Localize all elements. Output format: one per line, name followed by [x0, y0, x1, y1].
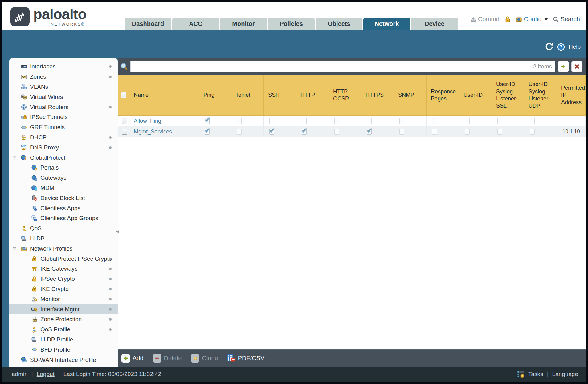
sidebar-item-clientless-app-groups[interactable]: Clientless App Groups: [9, 213, 118, 223]
checked-checkbox[interactable]: [367, 129, 372, 135]
clear-filter-button[interactable]: [571, 61, 582, 72]
tab-dashboard[interactable]: Dashboard: [125, 18, 171, 30]
column-header-ssh[interactable]: SSH: [264, 75, 296, 115]
row-select-checkbox[interactable]: [122, 129, 127, 135]
lock-icon[interactable]: [504, 16, 511, 22]
unchecked-checkbox[interactable]: [269, 118, 274, 124]
column-header-permitted-ip-address[interactable]: Permitted IP Address...: [557, 75, 586, 115]
checked-checkbox[interactable]: [269, 129, 274, 135]
apply-filter-button[interactable]: [558, 61, 569, 72]
sidebar-item-vlans[interactable]: VLANs: [9, 82, 118, 92]
column-header-user-id-syslog-listener-udp[interactable]: User-ID Syslog Listener-UDP: [524, 75, 557, 115]
column-header-snmp[interactable]: SNMP: [394, 75, 427, 115]
config-label: Config: [524, 16, 542, 23]
pdf-csv-button[interactable]: PDF/CSV: [227, 354, 265, 363]
tab-acc[interactable]: ACC: [172, 18, 219, 30]
unchecked-checkbox[interactable]: [399, 118, 404, 124]
add-button[interactable]: Add: [121, 354, 144, 363]
unchecked-checkbox[interactable]: [432, 118, 437, 124]
sidebar-item-ipsec-crypto[interactable]: IPSec Crypto: [9, 274, 118, 284]
sidebar-item-clientless-apps[interactable]: Clientless Apps: [9, 203, 118, 213]
tab-policies[interactable]: Policies: [268, 18, 315, 30]
sidebar-collapse-icon[interactable]: ◀: [116, 229, 119, 234]
sidebar-item-ike-gateways[interactable]: IKE Gateways: [9, 264, 118, 274]
sidebar-item-virtual-wires[interactable]: Virtual Wires: [9, 92, 118, 102]
unchecked-checkbox[interactable]: [530, 129, 535, 135]
global-search-button[interactable]: Search: [553, 16, 580, 23]
sidebar-item-gre-tunnels[interactable]: GRE Tunnels: [9, 122, 118, 133]
sidebar-item-network-profiles[interactable]: ▽Network Profiles: [9, 243, 118, 254]
language-button[interactable]: Language: [552, 371, 578, 378]
sidebar-item-dns-proxy[interactable]: DNSDNS Proxy: [9, 142, 118, 153]
unchecked-checkbox[interactable]: [334, 118, 339, 124]
unchecked-checkbox[interactable]: [367, 118, 372, 124]
unchecked-checkbox[interactable]: [465, 129, 470, 135]
checked-checkbox[interactable]: [205, 118, 210, 124]
sidebar-item-ike-crypto[interactable]: IKE Crypto: [9, 284, 118, 294]
checked-checkbox[interactable]: [205, 129, 210, 135]
sidebar-item-dhcp[interactable]: IPDHCP: [9, 133, 118, 143]
sidebar-item-lldp-profile[interactable]: LLDP Profile: [9, 335, 118, 345]
sidebar-item-ipsec-tunnels[interactable]: IPSec Tunnels: [9, 112, 118, 122]
page-frame: paloalto NETWORKS® DashboardACCMonitorPo…: [0, 0, 588, 384]
sidebar-item-portals[interactable]: Portals: [9, 163, 118, 173]
unchecked-checkbox[interactable]: [530, 118, 535, 124]
config-menu-button[interactable]: Config: [516, 16, 548, 23]
unchecked-checkbox[interactable]: [237, 118, 242, 124]
sidebar-item-globalprotect[interactable]: ▽GlobalProtect: [9, 153, 118, 163]
row-select-checkbox[interactable]: [122, 118, 127, 124]
unchecked-checkbox[interactable]: [497, 118, 502, 124]
commit-button[interactable]: Commit: [470, 16, 499, 23]
tree-expand-icon[interactable]: ▽: [13, 155, 16, 160]
column-header-user-id[interactable]: User-ID: [459, 75, 492, 115]
select-all-checkbox[interactable]: [121, 92, 126, 98]
tab-objects[interactable]: Objects: [316, 18, 362, 30]
column-header-telnet[interactable]: Telnet: [231, 75, 264, 115]
sidebar-item-bfd-profile[interactable]: BFD Profile: [9, 345, 118, 355]
column-header-http-ocsp[interactable]: HTTP OCSP: [329, 75, 361, 115]
tab-device[interactable]: Device: [411, 18, 458, 30]
logout-link[interactable]: Logout: [37, 371, 55, 378]
column-header-name[interactable]: Name: [129, 75, 199, 115]
filter-input[interactable]: [134, 63, 533, 70]
column-header-ping[interactable]: Ping: [199, 75, 231, 115]
sidebar-item-gateways[interactable]: Gateways: [9, 173, 118, 183]
unchecked-checkbox[interactable]: [497, 129, 502, 135]
unchecked-checkbox[interactable]: [432, 129, 437, 135]
tasks-button[interactable]: Tasks: [528, 371, 543, 378]
column-header-https[interactable]: HTTPS: [361, 75, 394, 115]
column-header-http[interactable]: HTTP: [296, 75, 329, 115]
sidebar-item-globalprotect-ipsec-crypto[interactable]: GlobalProtect IPSec Crypto: [9, 254, 118, 264]
tab-monitor[interactable]: Monitor: [220, 18, 267, 30]
sidebar-item-zone-protection[interactable]: Zone Protection: [9, 314, 118, 325]
unchecked-checkbox[interactable]: [302, 118, 307, 124]
column-header-response-pages[interactable]: Response Pages: [427, 75, 459, 115]
unchecked-checkbox[interactable]: [399, 129, 404, 135]
profile-name-link[interactable]: Mgmt_Services: [134, 129, 172, 135]
sidebar-item-zones[interactable]: Zones: [9, 72, 118, 82]
profile-name-link[interactable]: Allow_Ping: [134, 118, 161, 124]
sidebar-item-qos[interactable]: QoSQoS: [9, 223, 118, 234]
unchecked-checkbox[interactable]: [465, 118, 470, 124]
filter-bar: 2 items: [118, 58, 586, 75]
tab-network[interactable]: Network: [363, 18, 410, 30]
column-header-user-id-syslog-listener-ssl[interactable]: User-ID Syslog Listener-SSL: [492, 75, 524, 115]
unchecked-checkbox[interactable]: [237, 129, 242, 135]
sidebar-item-lldp[interactable]: LLDP: [9, 234, 118, 244]
help-icon[interactable]: ?: [557, 43, 565, 51]
sidebar-item-mdm[interactable]: MDM: [9, 183, 118, 193]
sidebar-item-qos-profile[interactable]: QoSQoS Profile: [9, 325, 118, 335]
tree-expand-icon[interactable]: ▽: [13, 246, 16, 251]
pdfcsv-icon: [227, 354, 235, 363]
sidebar-item-interfaces[interactable]: Interfaces: [9, 62, 118, 72]
sidebar-item-monitor[interactable]: Monitor: [9, 294, 118, 304]
sidebar-item-virtual-routers[interactable]: Virtual Routers: [9, 102, 118, 112]
refresh-icon[interactable]: [545, 43, 553, 51]
unchecked-checkbox[interactable]: [334, 129, 339, 135]
checked-checkbox[interactable]: [302, 129, 307, 135]
sidebar-item-device-block-list[interactable]: Device Block List: [9, 193, 118, 203]
sidebar-item-label: DNS Proxy: [30, 144, 118, 151]
sidebar-item-sd-wan-interface-profile[interactable]: SD-WAN Interface Profile: [9, 355, 118, 365]
red-x-icon: [574, 64, 580, 69]
sidebar-item-interface-mgmt[interactable]: Interface Mgmt: [9, 304, 118, 314]
